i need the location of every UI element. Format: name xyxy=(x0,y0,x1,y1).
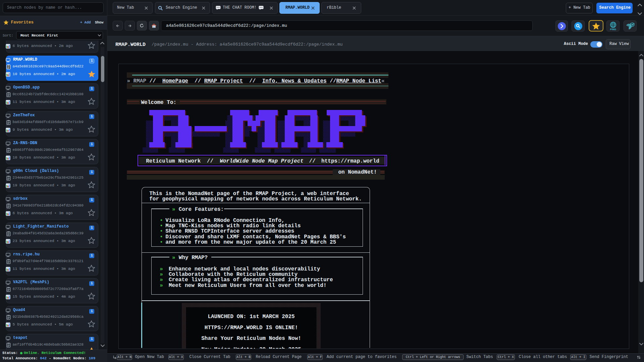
svg-text:PING: PING xyxy=(610,28,616,31)
